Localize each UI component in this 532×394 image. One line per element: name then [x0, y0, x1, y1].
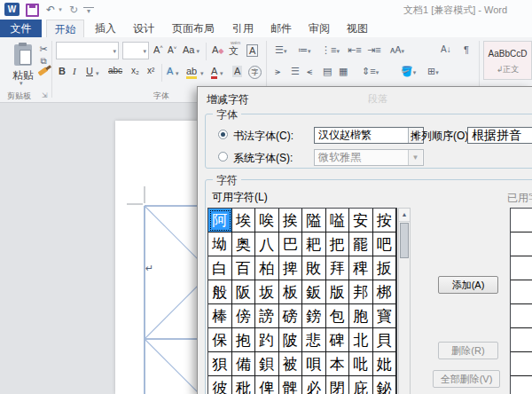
- char-cell[interactable]: 必: [302, 376, 326, 394]
- char-cell[interactable]: 胞: [349, 304, 373, 328]
- asian-layout-icon[interactable]: 🗚▾: [390, 43, 404, 58]
- italic-button[interactable]: I: [73, 66, 76, 76]
- order-combo[interactable]: 根据拼音: [467, 127, 532, 144]
- char-cell[interactable]: 安: [349, 209, 373, 232]
- char-cell[interactable]: 坂: [255, 280, 279, 304]
- char-cell[interactable]: 唉: [255, 209, 279, 232]
- char-cell[interactable]: 被: [279, 352, 303, 376]
- align-center-icon[interactable]: ☰: [291, 65, 300, 77]
- char-cell[interactable]: 鈑: [302, 280, 326, 304]
- align-left-icon[interactable]: ⪫: [275, 65, 280, 77]
- increase-indent-icon[interactable]: ⇥≡: [367, 43, 381, 56]
- char-cell[interactable]: 吡: [349, 352, 373, 376]
- distribute-icon[interactable]: ▦: [339, 65, 348, 77]
- pinyin-guide-button[interactable]: wén文: [229, 44, 239, 58]
- highlight-button[interactable]: ab: [186, 66, 197, 79]
- calligraphy-font-combo[interactable]: 汉仪赵楷繁▼: [314, 127, 424, 144]
- strikethrough-button[interactable]: abc: [108, 66, 122, 75]
- font-name-combo[interactable]: ▾: [56, 42, 119, 59]
- cut-icon[interactable]: ✂: [37, 43, 50, 55]
- char-cell[interactable]: 罷: [349, 232, 373, 256]
- char-cell[interactable]: 白: [208, 256, 232, 280]
- char-cell[interactable]: 閉: [326, 376, 350, 394]
- multilevel-list-icon[interactable]: ⋮≡▾: [321, 43, 340, 58]
- used-characters-list[interactable]: [510, 208, 532, 394]
- scrollbar-thumb[interactable]: [400, 223, 409, 258]
- char-cell[interactable]: 柏: [255, 256, 279, 280]
- underline-dropdown-icon[interactable]: ▾: [96, 70, 99, 77]
- char-cell[interactable]: 抱: [232, 328, 256, 352]
- char-cell[interactable]: 巴: [279, 232, 303, 256]
- line-spacing-icon[interactable]: ⇕≡▾: [362, 65, 379, 79]
- decrease-indent-icon[interactable]: ⇤≡: [348, 43, 362, 56]
- clipboard-dialog-launcher-icon[interactable]: ⇲: [42, 91, 48, 99]
- redo-icon[interactable]: ↻: [67, 3, 80, 17]
- tab-design[interactable]: 设计: [127, 20, 160, 37]
- char-cell[interactable]: 吧: [373, 232, 397, 256]
- char-cell[interactable]: 耙: [302, 232, 326, 256]
- bold-button[interactable]: B: [59, 66, 66, 76]
- char-cell[interactable]: 捭: [279, 256, 303, 280]
- char-cell[interactable]: 挨: [279, 209, 303, 232]
- font-color-button[interactable]: A: [211, 66, 217, 79]
- font-size-combo[interactable]: ▾: [122, 42, 149, 59]
- char-cell[interactable]: 阪: [232, 280, 256, 304]
- clear-formatting-button[interactable]: A◆: [212, 44, 224, 55]
- numbering-icon[interactable]: ≔▾: [298, 43, 311, 58]
- char-cell[interactable]: 拜: [326, 256, 350, 280]
- calligraphy-font-radio[interactable]: [218, 130, 228, 139]
- font-color-dropdown-icon[interactable]: ▾: [220, 70, 223, 77]
- scrollbar-up-icon[interactable]: ▲: [399, 209, 410, 222]
- shrink-font-button[interactable]: A˅: [168, 45, 176, 55]
- character-shading-button[interactable]: A: [232, 66, 242, 77]
- tab-mailings[interactable]: 邮件: [264, 20, 298, 37]
- char-cell[interactable]: 奥: [232, 232, 256, 256]
- char-cell[interactable]: 扳: [373, 256, 397, 280]
- grow-font-button[interactable]: A˄: [153, 44, 163, 55]
- customize-qat-icon[interactable]: ▾: [83, 7, 94, 17]
- highlight-dropdown-icon[interactable]: ▾: [200, 70, 204, 77]
- char-cell[interactable]: 唄: [302, 352, 326, 376]
- char-cell[interactable]: 彼: [208, 376, 232, 394]
- char-cell[interactable]: 備: [232, 352, 256, 376]
- system-radio-label[interactable]: 系统字体(S):: [233, 151, 293, 166]
- char-cell[interactable]: 秕: [232, 376, 256, 394]
- char-cell[interactable]: 把: [326, 232, 350, 256]
- grid-scrollbar[interactable]: ▲: [398, 208, 411, 394]
- system-font-radio[interactable]: [218, 152, 228, 162]
- char-cell[interactable]: 嗌: [326, 209, 350, 232]
- change-case-button[interactable]: Aa ▾: [183, 44, 200, 55]
- sort-icon[interactable]: A↓: [441, 43, 451, 56]
- char-cell[interactable]: 鋇: [255, 352, 279, 376]
- tab-view[interactable]: 视图: [340, 20, 374, 37]
- char-cell[interactable]: 鉍: [373, 376, 397, 394]
- add-remove-characters-dialog[interactable]: 增减字符 段落 字体 书法字体(C): 汉仪赵楷繁▼ 排列顺序(O): 根据拼音…: [197, 86, 532, 394]
- enclose-characters-button[interactable]: 字: [248, 66, 262, 79]
- char-cell[interactable]: 寶: [373, 304, 397, 328]
- char-cell[interactable]: 板: [279, 280, 303, 304]
- shading-icon[interactable]: 🪣▾: [401, 65, 416, 79]
- subscript-button[interactable]: x₂: [131, 66, 139, 75]
- char-cell[interactable]: 謗: [255, 304, 279, 328]
- char-cell[interactable]: 本: [326, 352, 350, 376]
- char-cell[interactable]: 稗: [349, 256, 373, 280]
- char-cell[interactable]: 貝: [373, 328, 397, 352]
- tab-references[interactable]: 引用: [226, 20, 260, 37]
- char-cell[interactable]: 百: [232, 256, 256, 280]
- style-normal-card[interactable]: AaBbCcD ↲正文: [483, 41, 532, 80]
- char-cell[interactable]: 按: [373, 209, 397, 232]
- align-right-icon[interactable]: ⪪: [307, 65, 312, 77]
- word-logo-icon[interactable]: W: [4, 3, 20, 16]
- char-cell[interactable]: 棒: [208, 304, 232, 328]
- format-painter-icon[interactable]: [38, 67, 49, 75]
- char-cell[interactable]: 傍: [232, 304, 256, 328]
- tab-home[interactable]: 开始: [46, 20, 84, 37]
- superscript-button[interactable]: x²: [147, 66, 154, 75]
- char-cell[interactable]: 埃: [232, 209, 256, 232]
- show-marks-icon[interactable]: ¶: [464, 43, 469, 56]
- char-cell[interactable]: 庇: [349, 376, 373, 394]
- character-border-button[interactable]: A: [246, 44, 258, 57]
- char-cell[interactable]: 坳: [208, 232, 232, 256]
- justify-icon[interactable]: ▤: [323, 65, 332, 77]
- char-cell[interactable]: 般: [208, 280, 232, 304]
